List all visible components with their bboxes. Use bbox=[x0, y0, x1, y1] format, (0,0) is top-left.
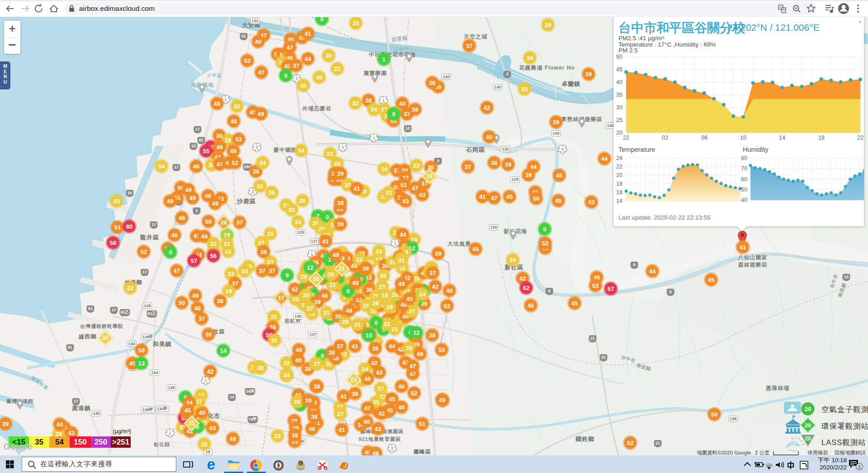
svg-text:70: 70 bbox=[741, 165, 747, 172]
svg-text:80: 80 bbox=[741, 155, 747, 161]
svg-text:4: 4 bbox=[341, 145, 344, 150]
svg-text:3: 3 bbox=[251, 189, 254, 194]
svg-text:24: 24 bbox=[616, 155, 623, 161]
svg-text:60: 60 bbox=[741, 176, 747, 183]
svg-text:20: 20 bbox=[805, 436, 811, 442]
svg-text:1: 1 bbox=[373, 136, 375, 140]
svg-text:10: 10 bbox=[740, 135, 746, 141]
svg-text:14: 14 bbox=[616, 198, 623, 204]
svg-text:22: 22 bbox=[623, 135, 629, 141]
svg-text:40: 40 bbox=[616, 79, 623, 85]
svg-text:3: 3 bbox=[391, 446, 393, 450]
svg-text:3: 3 bbox=[295, 76, 297, 81]
svg-text:45: 45 bbox=[616, 66, 623, 73]
svg-text:1: 1 bbox=[311, 252, 313, 257]
svg-text:50: 50 bbox=[616, 54, 623, 60]
svg-text:06: 06 bbox=[701, 135, 708, 141]
svg-text:3: 3 bbox=[255, 145, 258, 150]
svg-text:22: 22 bbox=[857, 135, 863, 141]
svg-text:1: 1 bbox=[394, 241, 396, 245]
svg-text:1: 1 bbox=[224, 97, 226, 102]
svg-text:30: 30 bbox=[616, 104, 623, 111]
svg-text:4: 4 bbox=[561, 147, 563, 151]
svg-text:1: 1 bbox=[382, 98, 384, 103]
svg-text:16: 16 bbox=[616, 189, 623, 196]
svg-text:25: 25 bbox=[616, 117, 623, 123]
svg-text:20: 20 bbox=[616, 130, 623, 136]
svg-text:20: 20 bbox=[616, 172, 623, 178]
svg-text:40: 40 bbox=[741, 197, 747, 203]
svg-text:1: 1 bbox=[858, 464, 861, 469]
svg-text:50: 50 bbox=[741, 187, 747, 193]
svg-text:22: 22 bbox=[616, 164, 623, 170]
svg-text:18: 18 bbox=[818, 135, 825, 141]
svg-text:18: 18 bbox=[616, 181, 623, 187]
svg-text:14: 14 bbox=[779, 135, 785, 141]
svg-text:35: 35 bbox=[616, 92, 623, 98]
svg-text:1: 1 bbox=[204, 378, 207, 383]
svg-text:02: 02 bbox=[662, 135, 668, 141]
svg-text:1: 1 bbox=[169, 431, 171, 435]
svg-text:20: 20 bbox=[805, 422, 811, 429]
svg-text:20: 20 bbox=[805, 406, 811, 412]
